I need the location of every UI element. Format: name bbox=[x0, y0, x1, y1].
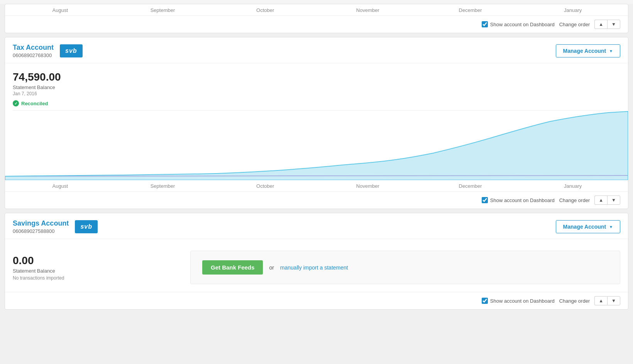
tax-month-aug: August bbox=[9, 183, 112, 189]
savings-balance-section: 0.00 Statement Balance No transactions i… bbox=[13, 254, 98, 281]
top-partial-card: August September October November Decemb… bbox=[5, 4, 628, 33]
savings-account-name-block: Savings Account 060689027588800 bbox=[13, 219, 69, 234]
tax-change-order-label: Change order bbox=[559, 197, 590, 203]
savings-import-link[interactable]: manually import a statement bbox=[280, 265, 348, 271]
tax-account-name-block: Tax Account 06068902768300 bbox=[13, 44, 54, 58]
tax-chart-months: August September October November Decemb… bbox=[5, 180, 628, 191]
savings-order-up-btn[interactable]: ▲ bbox=[594, 296, 607, 305]
tax-order-up-btn[interactable]: ▲ bbox=[594, 195, 607, 205]
tax-account-body: 74,590.00 Statement Balance Jan 7, 2016 … bbox=[5, 63, 628, 111]
tax-month-jan: January bbox=[521, 183, 624, 189]
tax-show-dashboard-checkbox[interactable] bbox=[482, 197, 488, 203]
tax-account-number: 06068902768300 bbox=[13, 52, 54, 58]
savings-account-svb-logo: svb bbox=[75, 220, 98, 233]
top-order-down-btn[interactable]: ▼ bbox=[607, 20, 620, 29]
month-nov-top: November bbox=[316, 7, 419, 13]
savings-change-order-label: Change order bbox=[559, 298, 590, 304]
tax-reconciled-icon: ✓ bbox=[13, 100, 19, 106]
savings-account-body: 0.00 Statement Balance No transactions i… bbox=[5, 239, 628, 292]
savings-manage-chevron-icon: ▼ bbox=[609, 225, 613, 229]
savings-account-info: Savings Account 060689027588800 svb bbox=[13, 219, 98, 234]
tax-card-footer: Show account on Dashboard Change order ▲… bbox=[5, 191, 628, 209]
month-jan-top: January bbox=[521, 7, 624, 13]
top-order-up-btn[interactable]: ▲ bbox=[594, 20, 607, 29]
savings-account-card: Savings Account 060689027588800 svb Mana… bbox=[5, 213, 628, 310]
month-aug-top: August bbox=[9, 7, 112, 13]
tax-balance-date: Jan 7, 2016 bbox=[13, 91, 620, 96]
tax-account-svb-logo: svb bbox=[60, 44, 83, 57]
tax-manage-account-btn[interactable]: Manage Account ▼ bbox=[556, 44, 620, 57]
tax-month-oct: October bbox=[214, 183, 316, 189]
savings-body-inner: 0.00 Statement Balance No transactions i… bbox=[13, 247, 620, 288]
tax-balance-label: Statement Balance bbox=[13, 84, 620, 90]
top-order-btn-group: ▲ ▼ bbox=[594, 20, 620, 29]
top-show-dashboard-label[interactable]: Show account on Dashboard bbox=[482, 21, 555, 27]
savings-card-footer: Show account on Dashboard Change order ▲… bbox=[5, 292, 628, 309]
savings-order-down-btn[interactable]: ▼ bbox=[607, 296, 620, 305]
tax-manage-chevron-icon: ▼ bbox=[609, 49, 613, 53]
month-sep-top: September bbox=[112, 7, 214, 13]
tax-month-nov: November bbox=[316, 183, 419, 189]
tax-account-info: Tax Account 06068902768300 svb bbox=[13, 44, 83, 58]
month-dec-top: December bbox=[419, 7, 522, 13]
savings-or-text: or bbox=[269, 265, 274, 271]
tax-show-dashboard-label[interactable]: Show account on Dashboard bbox=[482, 197, 555, 203]
tax-chart-area bbox=[5, 111, 628, 180]
savings-no-transactions: No transactions imported bbox=[13, 275, 98, 281]
savings-manage-account-btn[interactable]: Manage Account ▼ bbox=[556, 220, 620, 233]
tax-balance-amount: 74,590.00 bbox=[13, 71, 620, 83]
savings-show-dashboard-label[interactable]: Show account on Dashboard bbox=[482, 298, 555, 304]
get-bank-feeds-btn[interactable]: Get Bank Feeds bbox=[202, 260, 263, 275]
tax-month-dec: December bbox=[419, 183, 522, 189]
savings-show-dashboard-checkbox[interactable] bbox=[482, 298, 488, 304]
top-show-dashboard-checkbox[interactable] bbox=[482, 21, 488, 27]
top-card-footer: Show account on Dashboard Change order ▲… bbox=[5, 15, 628, 33]
tax-reconciled-badge: ✓ Reconciled bbox=[13, 100, 620, 111]
tax-account-name: Tax Account bbox=[13, 44, 54, 52]
tax-order-down-btn[interactable]: ▼ bbox=[607, 195, 620, 205]
savings-account-header: Savings Account 060689027588800 svb Mana… bbox=[5, 213, 628, 239]
savings-balance-amount: 0.00 bbox=[13, 254, 98, 267]
tax-chart-svg bbox=[5, 111, 628, 180]
savings-bank-feeds-area: Get Bank Feeds or manually import a stat… bbox=[190, 251, 620, 284]
top-chart-months: August September October November Decemb… bbox=[5, 4, 628, 15]
month-oct-top: October bbox=[214, 7, 316, 13]
tax-account-header: Tax Account 06068902768300 svb Manage Ac… bbox=[5, 37, 628, 63]
savings-order-btn-group: ▲ ▼ bbox=[594, 296, 620, 305]
savings-account-name: Savings Account bbox=[13, 219, 69, 228]
tax-chart-area-path bbox=[5, 111, 628, 180]
savings-account-number: 060689027588800 bbox=[13, 228, 69, 234]
top-change-order-label: Change order bbox=[559, 22, 590, 27]
savings-balance-label: Statement Balance bbox=[13, 268, 98, 274]
tax-order-btn-group: ▲ ▼ bbox=[594, 195, 620, 205]
tax-account-card: Tax Account 06068902768300 svb Manage Ac… bbox=[5, 37, 628, 209]
tax-month-sep: September bbox=[112, 183, 214, 189]
